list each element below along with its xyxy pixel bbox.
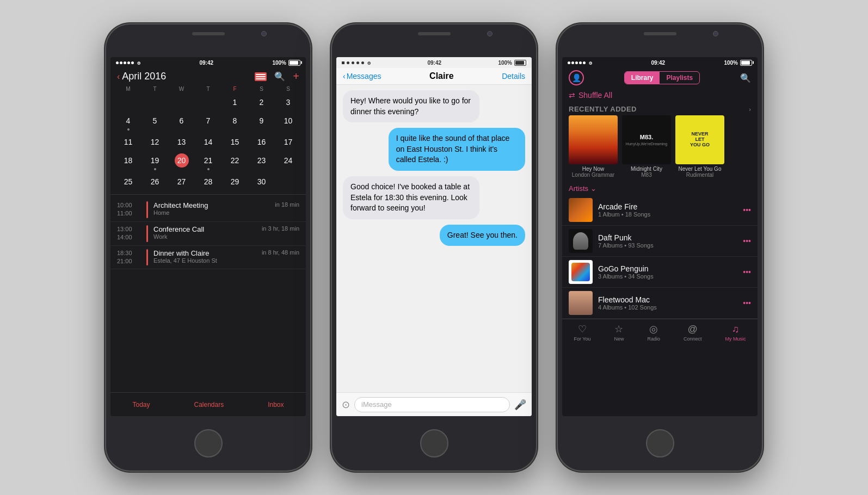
new-label: New [614,336,624,342]
album-midnight-city[interactable]: M83. HurryUp,We'reDreaming Midnight City… [622,115,671,178]
recently-added-arrow[interactable]: › [749,106,751,113]
battery-icon [288,60,300,66]
calendar-screen: ⌾ 09:42 100% ‹ April 2016 [110,57,306,416]
tab-for-you[interactable]: ♡ For You [574,323,590,342]
tab-radio[interactable]: ◎ Radio [647,323,660,342]
recently-added-label: RECENTLY ADDED [569,105,637,113]
tab-connect[interactable]: @ Connect [684,324,702,342]
cal-day-29[interactable]: 29 [221,172,248,191]
more-icon-gogo[interactable]: ••• [743,268,751,276]
cal-day-23[interactable]: 23 [248,151,275,172]
more-icon-daft-punk[interactable]: ••• [743,237,751,245]
daft-helmet [573,232,588,250]
artist-thumb-arcade-fire [569,198,593,222]
cal-day-1[interactable]: 1 [221,93,248,112]
tab-my-music[interactable]: ♫ My Music [725,324,746,342]
camera-icon[interactable]: ⊙ [342,399,350,411]
day-label-s1: S [248,86,275,92]
cal-day-11[interactable]: 11 [115,133,141,151]
cal-day-17[interactable]: 17 [275,133,301,151]
more-icon-arcade-fire[interactable]: ••• [743,206,751,214]
day-label-s2: S [275,86,301,92]
cal-day-27[interactable]: 27 [168,172,195,191]
cal-day-7[interactable]: 7 [195,112,221,133]
home-button-2[interactable] [420,429,448,457]
artist-row-arcade-fire[interactable]: Arcade Fire 1 Album • 18 Songs ••• [562,195,758,226]
artist-row-gogo-penguin[interactable]: GoGo Penguin 3 Albums • 34 Songs ••• [562,257,758,288]
msg-dot-2 [347,61,349,64]
album-artist-never: Rudimental [686,172,714,178]
cal-day-12[interactable]: 12 [141,133,168,151]
cal-day-13[interactable]: 13 [168,133,195,151]
cal-day-5[interactable]: 5 [141,112,168,133]
playlists-tab[interactable]: Playlists [660,72,699,84]
msg-battery-percent: 100% [498,60,512,66]
event-conference-call[interactable]: 13:00 14:00 Conference Call Work in 3 hr… [110,222,306,246]
cal-day-6[interactable]: 6 [168,112,195,133]
artist-sub-arcade-fire: 1 Album • 18 Songs [598,211,737,218]
album-never-let-go[interactable]: NEVERLETYOU GO Never Let You Go Rudiment… [675,115,724,178]
tab-inbox[interactable]: Inbox [268,401,284,409]
cal-day-30[interactable]: 30 [248,172,275,191]
artist-row-fleetwood-mac[interactable]: Fleetwood Mac 4 Albums • 102 Songs ••• [562,288,758,319]
cal-day-8[interactable]: 8 [221,112,248,133]
album-artist-midnight: M83 [641,172,651,178]
bubble-4: Great! See you then. [440,225,525,246]
event-dinner-claire[interactable]: 18:30 21:00 Dinner with Claire Estela, 4… [110,246,306,270]
music-dot-4 [579,61,582,64]
month-back-chevron[interactable]: ‹ [117,72,120,82]
shuffle-all-button[interactable]: ⇄ Shuffle All [562,89,758,102]
for-you-label: For You [574,336,590,342]
event-architect-meeting[interactable]: 10:00 11:00 Architect Meeting Home in 18… [110,198,306,222]
more-icon-fleetwood[interactable]: ••• [743,299,751,307]
cal-day-3[interactable]: 3 [275,93,301,112]
event-sub-1: Home [153,209,269,216]
cal-day-15[interactable]: 15 [221,133,248,151]
phone-top-bar [106,24,310,57]
cal-day-24[interactable]: 24 [275,151,301,172]
cal-day-20-today[interactable]: 20 [168,151,195,172]
message-input-field[interactable]: iMessage [354,397,510,412]
tab-new[interactable]: ☆ New [614,323,624,342]
home-button[interactable] [194,429,223,457]
cal-day-28[interactable]: 28 [195,172,221,191]
library-tab[interactable]: Library [625,72,660,84]
calendar-icons: 🔍 + [255,70,299,83]
cal-day-25[interactable]: 25 [115,172,141,191]
microphone-icon[interactable]: 🎤 [514,399,526,411]
msg-battery-fill [515,61,524,65]
profile-icon[interactable]: 👤 [569,70,584,85]
music-search-icon[interactable]: 🔍 [740,73,751,83]
artist-row-daft-punk[interactable]: Daft Punk 7 Albums • 93 Songs ••• [562,226,758,257]
cal-day-18[interactable]: 18 [115,151,141,172]
back-button[interactable]: ‹ Messages [343,72,381,81]
artist-info-arcade-fire: Arcade Fire 1 Album • 18 Songs [598,202,737,218]
music-app: ⌾ 09:42 100% 👤 Library Playlists 🔍 [562,57,758,416]
details-button[interactable]: Details [502,72,525,81]
event-sub-3: Estela, 47 E Houston St [153,257,256,264]
add-event-button[interactable]: + [293,70,299,83]
cal-day-19[interactable]: 19 [141,151,168,172]
cal-empty-5 [275,172,301,191]
cal-day-9[interactable]: 9 [248,112,275,133]
album-hey-now[interactable]: Hey Now London Grammar [569,115,618,178]
cal-day-10[interactable]: 10 [275,112,301,133]
phone-music: ⌾ 09:42 100% 👤 Library Playlists 🔍 [558,24,762,471]
home-button-3[interactable] [646,429,674,457]
cal-day-22[interactable]: 22 [221,151,248,172]
cal-day-26[interactable]: 26 [141,172,168,191]
artists-chevron-icon: ⌄ [590,184,596,193]
cal-day-14[interactable]: 14 [195,133,221,151]
search-button[interactable]: 🔍 [274,71,285,82]
days-of-week-header: M T W T F S S [110,86,306,92]
cal-day-21[interactable]: 21 [195,151,221,172]
cal-day-4[interactable]: 4 [115,112,141,133]
tab-calendars[interactable]: Calendars [194,401,224,409]
cal-day-16[interactable]: 16 [248,133,275,151]
albums-row: Hey Now London Grammar M83. HurryUp,We'r… [562,115,758,182]
cal-day-2[interactable]: 2 [248,93,275,112]
calendar-tab-bar: Today Calendars Inbox [110,392,306,416]
tab-today[interactable]: Today [132,401,150,409]
cal-empty-1 [115,93,141,112]
list-view-button[interactable] [255,72,267,81]
